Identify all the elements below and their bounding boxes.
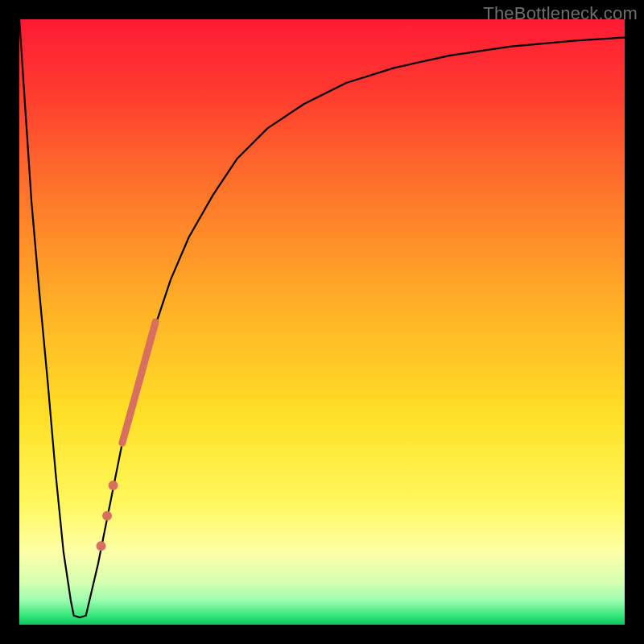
highlight-dot — [102, 511, 112, 521]
overlay-group — [97, 322, 156, 551]
chart-container: TheBottleneck.com — [0, 0, 644, 644]
main-curve — [19, 19, 625, 617]
curve-svg — [19, 19, 625, 625]
highlight-dot — [97, 541, 106, 551]
watermark: TheBottleneck.com — [483, 3, 638, 24]
curve-group — [19, 19, 625, 617]
plot-area — [19, 19, 625, 625]
highlight-band — [122, 322, 155, 443]
highlight-dot — [109, 481, 118, 490]
